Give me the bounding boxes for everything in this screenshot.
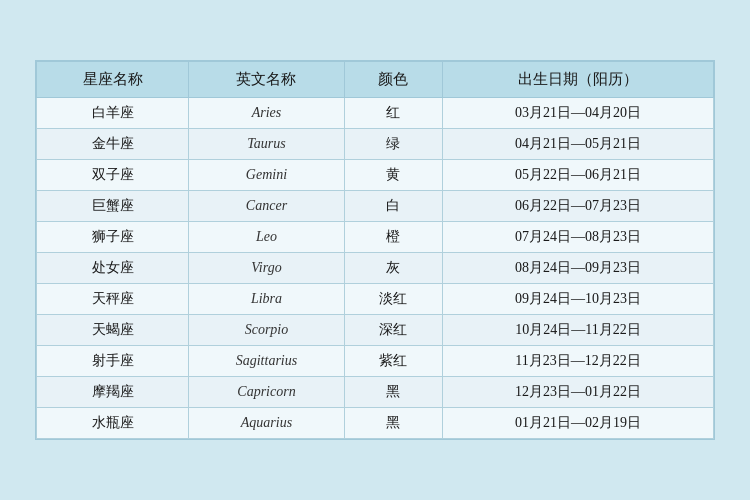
cell-chinese-name: 双子座 [37,160,189,191]
cell-color: 黑 [344,377,443,408]
cell-dates: 03月21日—04月20日 [443,98,714,129]
table-row: 白羊座Aries红03月21日—04月20日 [37,98,714,129]
cell-color: 橙 [344,222,443,253]
table-row: 天蝎座Scorpio深红10月24日—11月22日 [37,315,714,346]
cell-english-name: Libra [189,284,344,315]
header-english-name: 英文名称 [189,62,344,98]
cell-dates: 10月24日—11月22日 [443,315,714,346]
cell-english-name: Sagittarius [189,346,344,377]
cell-chinese-name: 处女座 [37,253,189,284]
table-header-row: 星座名称 英文名称 颜色 出生日期（阳历） [37,62,714,98]
table-row: 巨蟹座Cancer白06月22日—07月23日 [37,191,714,222]
cell-chinese-name: 天秤座 [37,284,189,315]
table-row: 狮子座Leo橙07月24日—08月23日 [37,222,714,253]
cell-chinese-name: 天蝎座 [37,315,189,346]
cell-chinese-name: 水瓶座 [37,408,189,439]
zodiac-table-container: 星座名称 英文名称 颜色 出生日期（阳历） 白羊座Aries红03月21日—04… [35,60,715,440]
cell-dates: 09月24日—10月23日 [443,284,714,315]
table-row: 双子座Gemini黄05月22日—06月21日 [37,160,714,191]
cell-color: 绿 [344,129,443,160]
cell-dates: 05月22日—06月21日 [443,160,714,191]
cell-color: 紫红 [344,346,443,377]
cell-color: 深红 [344,315,443,346]
cell-english-name: Aries [189,98,344,129]
cell-chinese-name: 狮子座 [37,222,189,253]
cell-english-name: Capricorn [189,377,344,408]
cell-dates: 06月22日—07月23日 [443,191,714,222]
cell-chinese-name: 巨蟹座 [37,191,189,222]
cell-color: 红 [344,98,443,129]
cell-english-name: Aquarius [189,408,344,439]
header-color: 颜色 [344,62,443,98]
cell-color: 黄 [344,160,443,191]
header-dates: 出生日期（阳历） [443,62,714,98]
cell-chinese-name: 白羊座 [37,98,189,129]
cell-chinese-name: 金牛座 [37,129,189,160]
cell-chinese-name: 摩羯座 [37,377,189,408]
cell-color: 灰 [344,253,443,284]
cell-dates: 07月24日—08月23日 [443,222,714,253]
table-row: 天秤座Libra淡红09月24日—10月23日 [37,284,714,315]
zodiac-table: 星座名称 英文名称 颜色 出生日期（阳历） 白羊座Aries红03月21日—04… [36,61,714,439]
cell-english-name: Gemini [189,160,344,191]
header-chinese-name: 星座名称 [37,62,189,98]
table-row: 水瓶座Aquarius黑01月21日—02月19日 [37,408,714,439]
cell-color: 白 [344,191,443,222]
cell-dates: 08月24日—09月23日 [443,253,714,284]
table-row: 处女座Virgo灰08月24日—09月23日 [37,253,714,284]
cell-english-name: Virgo [189,253,344,284]
cell-dates: 12月23日—01月22日 [443,377,714,408]
table-row: 摩羯座Capricorn黑12月23日—01月22日 [37,377,714,408]
table-row: 金牛座Taurus绿04月21日—05月21日 [37,129,714,160]
table-row: 射手座Sagittarius紫红11月23日—12月22日 [37,346,714,377]
cell-english-name: Leo [189,222,344,253]
cell-color: 淡红 [344,284,443,315]
cell-chinese-name: 射手座 [37,346,189,377]
cell-english-name: Scorpio [189,315,344,346]
cell-dates: 01月21日—02月19日 [443,408,714,439]
cell-english-name: Cancer [189,191,344,222]
cell-color: 黑 [344,408,443,439]
cell-dates: 11月23日—12月22日 [443,346,714,377]
cell-dates: 04月21日—05月21日 [443,129,714,160]
cell-english-name: Taurus [189,129,344,160]
